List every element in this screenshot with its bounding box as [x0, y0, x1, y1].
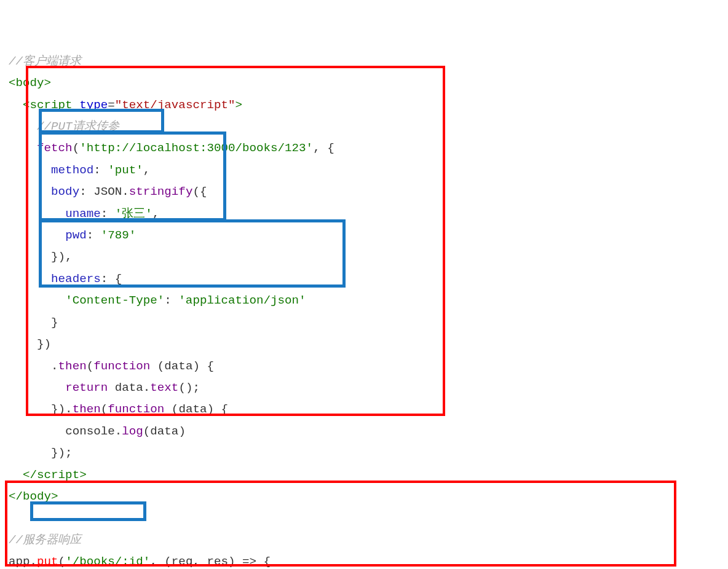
code-block: //客户端请求 <body> <script type="text/javasc…	[9, 51, 719, 569]
comment-server: //服务器响应	[9, 533, 81, 547]
comment-client: //客户端请求	[9, 55, 81, 68]
comment-put: //PUT请求传参	[37, 120, 119, 133]
